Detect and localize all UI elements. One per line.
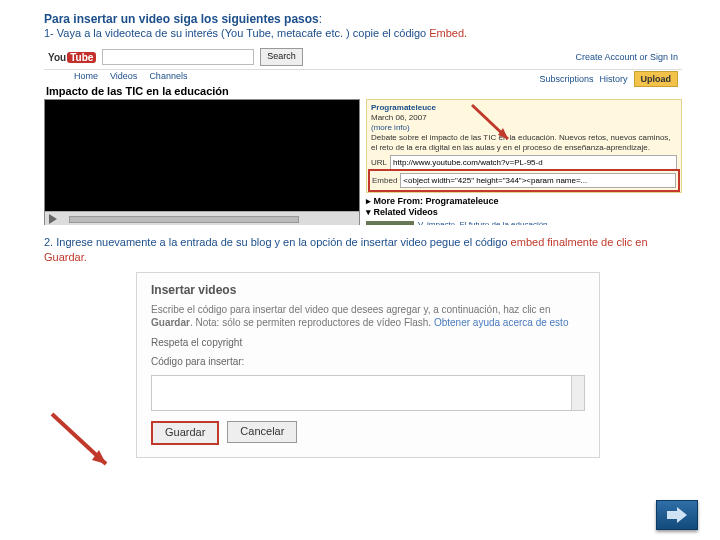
more-from-header: ▸ More From: Programateleuce [366, 196, 682, 207]
dialog-heading: Insertar videos [151, 283, 585, 297]
copyright-note: Respeta el copyright [151, 336, 585, 350]
search-button[interactable]: Search [260, 48, 303, 66]
subscriptions-link[interactable]: Subscriptions [539, 74, 593, 84]
youtube-logo: YouTube [48, 52, 96, 63]
dialog-body: Escribe el código para insertar del vide… [151, 303, 585, 330]
channel-name[interactable]: Programateleuce [371, 103, 436, 112]
seek-bar[interactable] [69, 216, 299, 223]
video-description: Debate sobre el impacto de las TIC en la… [371, 133, 677, 153]
embed-code-textarea[interactable] [151, 375, 585, 411]
help-link[interactable]: Obtener ayuda acerca de esto [434, 317, 569, 328]
annotation-arrow-embed [468, 101, 512, 145]
tab-videos[interactable]: Videos [110, 71, 137, 81]
url-label: URL [371, 158, 387, 168]
embed-row-highlight: Embed [371, 172, 677, 189]
video-date: March 06, 2007 [371, 113, 677, 123]
document-page: Para insertar un video siga los siguient… [0, 0, 720, 540]
annotation-arrow-save [46, 408, 116, 478]
related-thumb-1[interactable] [366, 221, 414, 226]
step-1-text: 1- Vaya a la videoteca de su interés (Yo… [44, 27, 682, 39]
embed-field[interactable] [400, 173, 676, 188]
video-meta-box: Programateleuce March 06, 2007 (more inf… [366, 99, 682, 193]
tab-channels[interactable]: Channels [149, 71, 187, 81]
embed-label: Embed [372, 176, 397, 186]
upload-button[interactable]: Upload [634, 71, 679, 87]
youtube-screenshot: YouTube Search Create Account or Sign In… [44, 45, 682, 225]
more-info-link[interactable]: (more info) [371, 123, 677, 133]
save-button[interactable]: Guardar [151, 421, 219, 445]
tab-home[interactable]: Home [74, 71, 98, 81]
search-input[interactable] [102, 49, 254, 65]
related-header: ▾ Related Videos [366, 207, 682, 218]
page-title: Para insertar un video siga los siguient… [44, 12, 682, 26]
play-icon[interactable] [49, 214, 57, 224]
related-title-1[interactable]: V. impacto. El futuro de la educación [418, 221, 682, 226]
account-links[interactable]: Create Account or Sign In [575, 52, 678, 62]
youtube-right-links: Subscriptions History Upload [539, 71, 678, 87]
insert-video-dialog: Insertar videos Escribe el código para i… [136, 272, 600, 458]
video-sidebar: Programateleuce March 06, 2007 (more inf… [366, 99, 682, 225]
svg-marker-4 [667, 507, 687, 523]
url-field[interactable] [390, 155, 677, 170]
scrollbar[interactable] [571, 376, 584, 410]
code-label: Código para insertar: [151, 355, 585, 369]
youtube-header: YouTube Search Create Account or Sign In [44, 45, 682, 70]
player-controls[interactable] [45, 211, 359, 225]
step-2-text: 2. Ingrese nuevamente a la entrada de su… [44, 235, 682, 266]
history-link[interactable]: History [599, 74, 627, 84]
cancel-button[interactable]: Cancelar [227, 421, 297, 443]
video-player[interactable] [44, 99, 360, 225]
next-slide-button[interactable] [656, 500, 698, 530]
arrow-right-icon [667, 507, 687, 523]
